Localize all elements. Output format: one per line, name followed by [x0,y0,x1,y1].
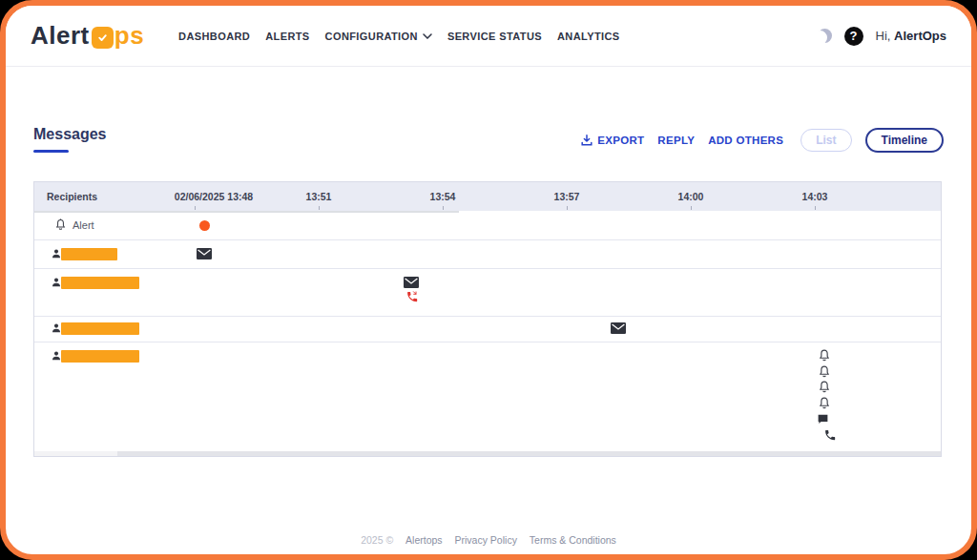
messages-toolbar: EXPORT REPLY ADD OTHERS List Timeline [580,128,944,153]
email-icon[interactable] [611,322,626,334]
logo-text-alert: Alert [31,21,90,51]
main-nav: DASHBOARD ALERTS CONFIGURATION SERVICE S… [171,23,627,50]
chevron-down-icon [423,33,432,39]
nav-service-status[interactable]: SERVICE STATUS [440,23,550,50]
email-icon[interactable] [404,277,419,288]
redacted-recipient-name [61,248,117,260]
time-column-header: 13:54 [430,191,456,202]
timeline-row-recipient [34,316,941,342]
phone-icon[interactable] [823,428,837,442]
app-window: Alert ps DASHBOARD ALERTS CONFIGURATION [0,0,977,560]
footer: 2025 © Alertops Privacy Policy Terms & C… [6,534,971,546]
axis-tick [443,206,444,210]
nav-dashboard[interactable]: DASHBOARD [171,23,258,50]
add-others-button[interactable]: ADD OTHERS [708,135,783,146]
terms-conditions-link[interactable]: Terms & Conditions [530,534,616,546]
axis-tick [319,206,320,210]
bell-icon[interactable] [818,348,831,363]
timeline-header-row: Recipients 02/06/2025 13:48 13:51 13:54 … [34,182,941,211]
top-right-cluster: ? Hi, AlertOps [818,27,946,46]
redacted-recipient-name [61,277,139,289]
axis-tick [567,206,568,210]
horizontal-scrollbar-thumb[interactable] [117,451,941,456]
download-icon [580,134,593,147]
bell-icon[interactable] [818,364,831,379]
nav-alerts[interactable]: ALERTS [258,23,317,50]
timeline-row-recipient [34,268,941,317]
time-column-header: 14:00 [678,191,704,202]
page-title: Messages [33,126,107,143]
timeline-row-alert: Alert [34,211,941,240]
timeline-view-button[interactable]: Timeline [865,128,944,153]
help-icon[interactable]: ? [844,27,863,46]
alert-dot[interactable] [199,220,210,231]
messages-timeline-table: Recipients 02/06/2025 13:48 13:51 13:54 … [33,181,942,457]
time-column-header: 13:57 [554,191,580,202]
export-button[interactable]: EXPORT [580,134,644,147]
nav-analytics[interactable]: ANALYTICS [550,23,628,50]
list-view-button[interactable]: List [800,129,851,152]
privacy-policy-link[interactable]: Privacy Policy [455,534,517,546]
sms-icon[interactable] [817,413,829,425]
top-navigation-bar: Alert ps DASHBOARD ALERTS CONFIGURATION [6,6,971,67]
logo-text-ps: ps [114,21,144,51]
redacted-recipient-name [61,322,139,335]
recipients-column-header: Recipients [47,191,97,202]
timeline-row-recipient [34,239,941,269]
bell-icon [54,218,67,232]
user-greeting[interactable]: Hi, AlertOps [876,29,946,43]
check-clock-icon [92,27,114,49]
alertops-logo[interactable]: Alert ps [31,21,144,51]
bell-icon[interactable] [818,396,831,410]
axis-tick [815,206,816,210]
time-column-header: 13:51 [306,191,332,202]
bell-icon[interactable] [818,380,831,394]
missed-call-icon[interactable] [405,290,419,303]
copyright-text: 2025 © [361,534,393,546]
axis-tick [691,206,692,210]
alert-row-label: Alert [73,219,94,231]
reply-button[interactable]: REPLY [657,135,695,146]
title-underline [33,150,69,153]
user-name: AlertOps [894,29,946,43]
email-icon[interactable] [197,248,212,259]
dark-mode-toggle-moon-icon[interactable] [818,29,832,43]
timeline-row-recipient [34,342,941,452]
redacted-recipient-name [61,350,139,363]
footer-brand-link[interactable]: Alertops [405,534,443,546]
nav-configuration[interactable]: CONFIGURATION [318,23,440,50]
time-column-header: 02/06/2025 13:48 [175,191,253,202]
time-column-header: 14:03 [802,191,828,202]
axis-tick [195,206,196,210]
